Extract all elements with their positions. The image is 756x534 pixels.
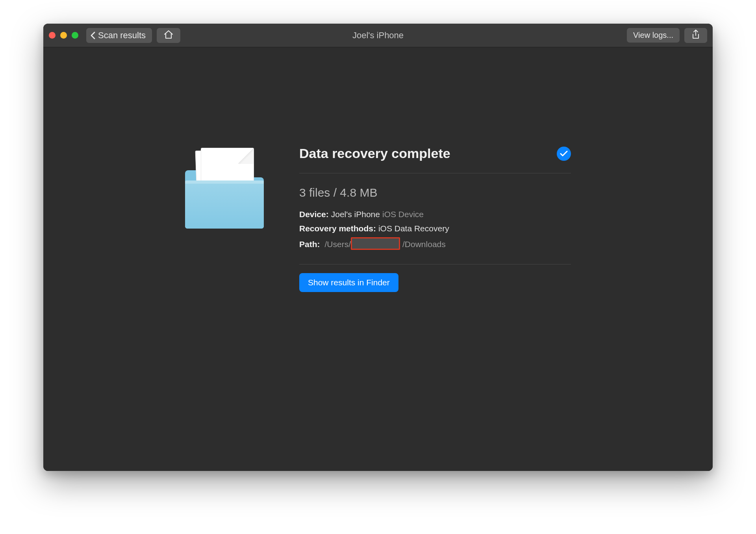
share-icon [691,30,700,41]
methods-label: Recovery methods: [299,224,376,233]
window-title: Joel's iPhone [352,30,404,41]
recovery-details: Data recovery complete 3 files / 4.8 MB … [299,146,571,292]
minimize-window-button[interactable] [60,32,67,39]
share-button[interactable] [684,28,707,43]
path-prefix: /Users/ [325,240,351,249]
device-label: Device: [299,210,329,219]
methods-row: Recovery methods: iOS Data Recovery [299,224,571,233]
heading-row: Data recovery complete [299,146,571,173]
home-button[interactable] [157,28,180,43]
toolbar-left: Scan results [86,28,180,43]
redacted-username [351,237,400,250]
recovery-info-list: Device: Joel's iPhone iOS Device Recover… [299,210,571,264]
path-label: Path: [299,240,320,249]
fullscreen-window-button[interactable] [72,32,78,39]
titlebar: Scan results Joel's iPhone View logs... [43,24,713,47]
folder-documents-icon [185,146,266,229]
recovery-summary: Data recovery complete 3 files / 4.8 MB … [185,146,571,471]
home-icon [163,30,174,41]
show-results-finder-button[interactable]: Show results in Finder [299,273,398,292]
toolbar-right: View logs... [627,28,707,43]
content-area: Data recovery complete 3 files / 4.8 MB … [43,47,713,471]
app-window: Scan results Joel's iPhone View logs... [43,24,713,471]
chevron-left-icon [90,32,96,39]
methods-value: iOS Data Recovery [378,224,449,233]
view-logs-button[interactable]: View logs... [627,28,680,43]
recovery-stats: 3 files / 4.8 MB [299,186,571,199]
back-button-label: Scan results [98,30,146,41]
device-row: Device: Joel's iPhone iOS Device [299,210,571,219]
device-type: iOS Device [382,210,424,219]
device-value: Joel's iPhone [331,210,380,219]
close-window-button[interactable] [49,32,56,39]
recovery-heading: Data recovery complete [299,146,450,161]
window-controls [49,32,78,39]
success-check-icon [557,147,571,161]
path-suffix: /Downloads [402,240,446,249]
path-row: Path: /Users/ /Downloads [299,238,571,251]
back-button[interactable]: Scan results [86,28,152,43]
